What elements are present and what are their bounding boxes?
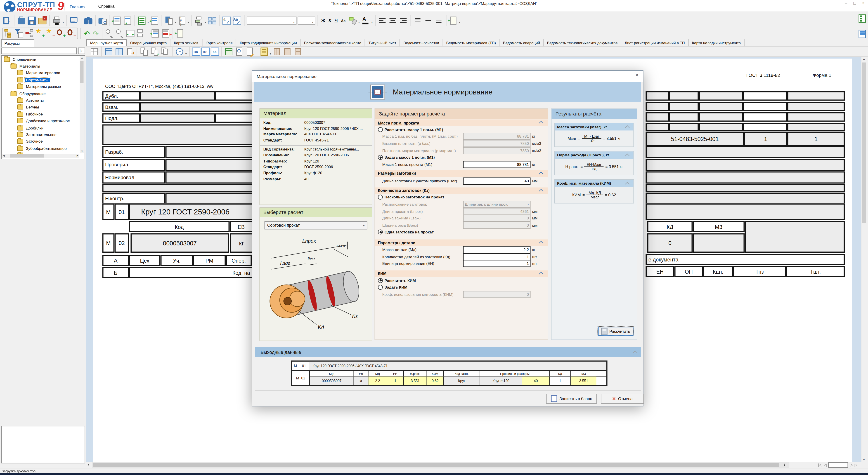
collapse-icon[interactable] (625, 125, 630, 130)
tree-vscrollbar[interactable]: ▲▼ (80, 57, 84, 153)
section-mass-header[interactable]: Масса пог.м. проката (375, 120, 548, 126)
bold-button[interactable]: Ж (320, 18, 326, 23)
collapse-icon[interactable] (539, 241, 544, 246)
branch-node-icon[interactable] (25, 29, 34, 38)
tree-item[interactable]: Справочники (2, 56, 85, 63)
minimize-icon[interactable]: – (845, 0, 847, 5)
resource-search-input[interactable] (1, 48, 77, 54)
normirovanie-icon[interactable] (259, 47, 269, 57)
report-book2-icon[interactable] (283, 47, 292, 57)
collapse-icon[interactable] (539, 272, 544, 277)
export-doc-icon[interactable]: ➔ (125, 47, 134, 57)
list-move-up-icon[interactable]: ◂ (112, 16, 122, 25)
scroll-up-icon[interactable]: ▲ (81, 57, 83, 59)
tree-item[interactable]: Материалы (2, 63, 85, 69)
chevron-down-icon[interactable]: ▾ (175, 21, 176, 24)
blue-grid-icon[interactable] (858, 29, 867, 39)
table-grid-icon[interactable] (90, 47, 99, 57)
collapse-icon[interactable] (539, 189, 544, 193)
page-forward-icon[interactable]: ▸ (448, 16, 458, 25)
collapse-icon[interactable] (625, 153, 630, 158)
param-input[interactable]: 0▾ (463, 215, 531, 222)
tree-item[interactable]: Сортаменты (2, 76, 85, 83)
radio-icon[interactable] (378, 285, 383, 290)
undo-icon[interactable]: ↶ (83, 30, 91, 37)
report-book-icon[interactable] (272, 47, 282, 57)
write-to-form-button[interactable]: Записать в бланк (546, 394, 597, 404)
tree-item[interactable]: Материалы разные (2, 83, 85, 90)
edit-doc-icon[interactable] (245, 47, 254, 57)
cancel-button[interactable]: ✕ Отмена (601, 394, 644, 404)
copy-structure-icon[interactable] (164, 16, 174, 25)
chevron-down-icon[interactable]: ▾ (459, 21, 460, 24)
document-tab[interactable]: Ведомость оснастки (400, 39, 443, 46)
document-tab[interactable]: Карта эскизов (171, 39, 203, 46)
find-in-doc-icon[interactable] (234, 47, 244, 57)
green-grid-icon[interactable] (858, 14, 867, 23)
radio-icon[interactable] (378, 278, 383, 283)
exit-icon[interactable]: → (2, 16, 12, 25)
edit-text-icon[interactable]: Aa (232, 16, 242, 25)
calc-type-select[interactable]: Сортовой прокат ▾ (265, 221, 367, 230)
menu-item[interactable]: Справка (93, 3, 119, 10)
param-input[interactable]: 0▾ (463, 222, 531, 229)
document-tab[interactable]: Титульный лист (365, 39, 400, 46)
document-tab[interactable]: Ведомость технологических документов (544, 39, 622, 46)
kk-check-button[interactable]: КК (211, 48, 219, 56)
star-add-icon[interactable]: ★+ (35, 29, 45, 38)
close-document-icon[interactable]: × (37, 16, 47, 25)
copy-all-icon[interactable] (160, 47, 170, 57)
scroll-down-icon[interactable]: ▼ (81, 150, 83, 153)
maximize-icon[interactable]: □ (853, 0, 856, 5)
copy-icon[interactable] (140, 47, 149, 57)
save-icon[interactable] (27, 16, 37, 25)
m02-code-cell[interactable]: 0000503007 (130, 233, 229, 253)
prev-page-icon[interactable]: ◁ (824, 463, 827, 467)
result-box-header[interactable]: Коэф. исп. материала (КИМ) (555, 180, 633, 187)
radio-icon[interactable] (378, 230, 383, 234)
loop-add-icon[interactable]: + (57, 29, 66, 38)
tree-item[interactable]: Заточное (2, 138, 85, 145)
table-blue-icon[interactable] (104, 47, 114, 57)
copy-add-icon[interactable]: + (150, 47, 159, 57)
main-hscrollbar[interactable]: ◀ ❯ |◁ ◁ 1 ▷ ▷| (86, 462, 861, 468)
report-book3-icon[interactable] (293, 47, 303, 57)
tree-item[interactable]: Зубообрабатывающее (2, 145, 85, 152)
list-remove-row-icon[interactable]: ▸ (161, 29, 170, 38)
first-page-icon[interactable]: |◁ (818, 463, 822, 467)
zoom-in-icon[interactable]: + (105, 29, 114, 38)
document-tab[interactable]: Маршрутная карта (86, 39, 127, 46)
radio-icon[interactable] (378, 155, 383, 160)
document-tab[interactable]: Ведомость операций (500, 39, 544, 46)
redo-icon[interactable]: ↷ (92, 30, 99, 37)
toolbox-icon[interactable] (17, 16, 26, 25)
collapse-icon[interactable] (625, 182, 630, 186)
chevron-down-icon[interactable]: ▾ (62, 21, 64, 24)
scroll-right-icon[interactable]: ❯ (783, 464, 785, 466)
tree-item[interactable]: Оборудование (2, 90, 85, 97)
two-pages-icon[interactable] (136, 29, 146, 38)
list-sync-icon[interactable]: ◂ (151, 29, 160, 38)
output-data-header[interactable]: Выходные данные (255, 347, 641, 357)
tree-item[interactable]: Автоматы (2, 97, 85, 104)
calculate-button[interactable]: Рассчитать (598, 327, 633, 336)
italic-button[interactable]: К (328, 18, 332, 23)
scroll-left-icon[interactable]: ◀ (88, 464, 89, 466)
underline-button[interactable]: Ч (334, 18, 339, 23)
param-input[interactable]: 1▾ (463, 260, 531, 267)
kd-value-cell[interactable]: 0 (647, 233, 693, 253)
m01-material-cell[interactable]: Круг 120 ГОСТ 2590-2006 (129, 203, 253, 220)
param-input[interactable]: 2.2▾ (463, 246, 531, 253)
search-go-icon[interactable]: ▷ (78, 48, 85, 54)
page-import-icon[interactable]: ▸ (176, 29, 185, 38)
document-tab[interactable]: Расчетно-технологическая карта (301, 39, 365, 46)
chevron-down-icon[interactable]: ▾ (270, 52, 271, 55)
next-page-icon[interactable]: ▷ (850, 463, 853, 467)
scroll-up-icon[interactable]: ▲ (863, 58, 865, 61)
star-remove-icon[interactable]: ★− (46, 29, 55, 38)
zoom-out-icon[interactable]: − (115, 29, 125, 38)
param-input[interactable]: 4361▾ (463, 208, 531, 215)
scroll-left-icon[interactable]: ◀ (3, 155, 4, 157)
rename-field-icon[interactable]: a (222, 16, 231, 25)
table-blue2-icon[interactable] (115, 47, 124, 57)
